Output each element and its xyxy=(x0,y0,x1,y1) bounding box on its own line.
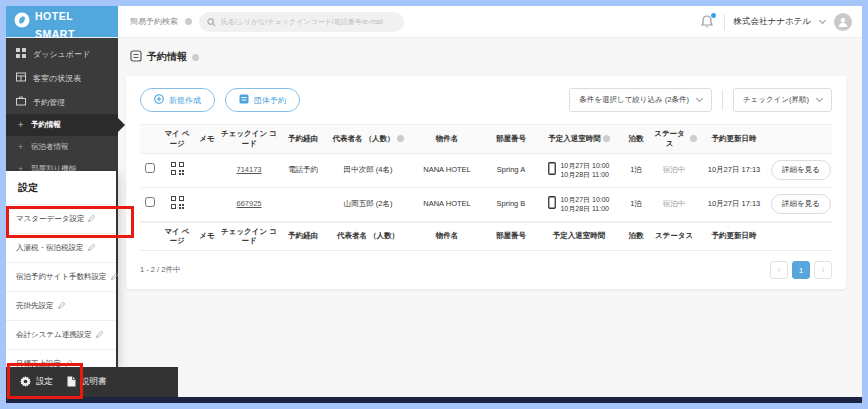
sort-order-label: チェックイン(昇順) xyxy=(743,95,809,105)
time-info-icon[interactable] xyxy=(603,135,610,142)
sidebar-item-label: 宿泊者情報 xyxy=(31,142,69,152)
popup-item-receivables[interactable]: 売掛先設定 xyxy=(6,291,116,320)
pencil-icon xyxy=(96,331,103,340)
popup-item-label: 宿泊予約サイト手数料設定 xyxy=(16,272,107,282)
time-in: 10月27日 10:00 xyxy=(560,196,609,203)
col-nights: 泊数 xyxy=(622,130,650,148)
page-1-button[interactable]: 1 xyxy=(792,261,810,279)
manual-button[interactable]: 説明書 xyxy=(67,376,107,389)
search-icon xyxy=(207,13,216,31)
col-representative: 代表者名 （人数） xyxy=(332,134,394,144)
status-cell: 宿泊中 xyxy=(650,159,698,181)
app-window: ホテルスマート HOTEL SMART 簡易予約検索 株式会社ナナホテル xyxy=(6,6,862,403)
prev-page-button[interactable]: ‹ xyxy=(770,261,788,279)
row-checkbox[interactable] xyxy=(145,163,155,173)
representative-cell: 田中次郎 (4名) xyxy=(328,159,408,181)
avatar[interactable] xyxy=(834,13,852,31)
time-in: 10月27日 10:00 xyxy=(560,162,609,169)
col-property: 物件名 xyxy=(408,227,486,245)
col-memo: メモ xyxy=(194,130,220,148)
col-status: ステータス xyxy=(651,129,688,149)
chevron-down-icon xyxy=(816,95,823,102)
nights-cell: 1泊 xyxy=(622,159,650,181)
plus-icon: + xyxy=(18,142,25,152)
filter-conditions-dropdown[interactable]: 条件を選択して絞り込み (2条件) xyxy=(569,88,712,112)
sidebar-item-reservation-info[interactable]: + 予約情報 xyxy=(6,114,118,136)
sidebar-item-label: ダッシュボード xyxy=(33,49,90,60)
notification-bell-icon[interactable] xyxy=(700,14,715,29)
popup-item-label: 入湯税・宿泊税設定 xyxy=(16,243,84,253)
qr-code-icon[interactable] xyxy=(171,202,184,211)
search-input[interactable] xyxy=(221,18,396,25)
col-memo: メモ xyxy=(194,227,220,245)
sort-order-dropdown[interactable]: チェックイン(昇順) xyxy=(733,88,832,112)
popup-item-ota-fee[interactable]: 宿泊予約サイト手数料設定 xyxy=(6,262,116,291)
toolbar-divider xyxy=(722,90,723,110)
time-out: 10月28日 11:00 xyxy=(560,171,609,178)
table-footer-header-row: マイ ページ メモ チェックイン コード 予約経由 代表者名 （人数） 物件名 … xyxy=(140,222,832,252)
details-button[interactable]: 詳細を見る xyxy=(771,160,831,180)
row-checkbox[interactable] xyxy=(145,197,155,207)
col-room: 部屋番号 xyxy=(486,130,536,148)
quick-search-info-icon[interactable] xyxy=(185,18,192,25)
page-title-info-icon[interactable] xyxy=(192,54,199,61)
manual-button-label: 説明書 xyxy=(81,376,107,388)
settings-button[interactable]: 設定 xyxy=(20,376,53,389)
updated-cell: 10月27日 17:13 xyxy=(698,159,770,181)
pencil-icon xyxy=(88,215,95,224)
sidebar-item-label: 客室の状況表 xyxy=(33,73,81,84)
representative-cell: 山岡五郎 (2名) xyxy=(328,193,408,215)
search-bar[interactable] xyxy=(199,12,404,32)
qr-code-icon[interactable] xyxy=(171,168,184,177)
col-checkin-code: チェックイン コード xyxy=(220,125,278,153)
pencil-icon xyxy=(111,273,118,282)
sidebar-item-guest-info[interactable]: + 宿泊者情報 xyxy=(6,136,118,158)
logo[interactable]: ホテルスマート HOTEL SMART xyxy=(6,6,118,37)
status-info-icon[interactable] xyxy=(690,135,697,142)
time-out: 10月28日 11:00 xyxy=(560,205,609,212)
popup-item-master-data[interactable]: マスターデータ設定 xyxy=(6,204,116,233)
bottom-navy-strip xyxy=(6,397,862,403)
group-reservation-label: 団体予約 xyxy=(254,95,286,106)
via-cell: 電話予約 xyxy=(278,159,328,181)
col-updated: 予約更新日時 xyxy=(698,227,770,245)
room-cell: Spring A xyxy=(486,159,536,181)
popup-item-bath-tax[interactable]: 入湯税・宿泊税設定 xyxy=(6,233,116,262)
nights-cell: 1泊 xyxy=(622,193,650,215)
table-row: 667925 山岡五郎 (2名) NANA HOTEL Spring B 10月… xyxy=(140,188,832,222)
checkin-code-link[interactable]: 714173 xyxy=(236,165,261,174)
gear-icon xyxy=(20,376,31,389)
sidebar-item-label: 予約情報 xyxy=(31,120,61,130)
next-page-button[interactable]: › xyxy=(814,261,832,279)
sidebar-item-room-status[interactable]: 客室の状況表 xyxy=(6,66,118,90)
filter-conditions-label: 条件を選択して絞り込み (2条件) xyxy=(579,95,689,105)
pencil-icon xyxy=(88,244,95,253)
group-reservation-button[interactable]: 団体予約 xyxy=(225,88,300,112)
popup-item-accounting-link[interactable]: 会計システム連携設定 xyxy=(6,320,116,349)
new-reservation-label: 新規作成 xyxy=(169,95,201,106)
col-checkin-code: チェックイン コード xyxy=(220,223,278,251)
circle-plus-icon xyxy=(154,94,164,106)
updated-cell: 10月27日 17:13 xyxy=(698,193,770,215)
col-time: 予定入退室時間 xyxy=(536,227,622,245)
property-cell: NANA HOTEL xyxy=(408,159,486,181)
col-status: ステータス xyxy=(650,227,698,245)
company-name[interactable]: 株式会社ナナホテル xyxy=(734,16,812,28)
hotelsmart-logo-icon xyxy=(14,12,30,32)
col-mypage: マイ ページ xyxy=(160,223,194,251)
sidebar-item-label: 予約管理 xyxy=(33,97,65,108)
sidebar-item-dashboard[interactable]: ダッシュボード xyxy=(6,42,118,66)
chevron-down-icon[interactable] xyxy=(819,16,826,23)
col-time: 予定入退室時間 xyxy=(548,134,601,144)
col-property: 物件名 xyxy=(408,130,486,148)
details-button[interactable]: 詳細を見る xyxy=(771,194,831,214)
door-icon xyxy=(548,196,556,212)
col-mypage: マイ ページ xyxy=(160,125,194,153)
checkin-code-link[interactable]: 667925 xyxy=(236,199,261,208)
top-header: ホテルスマート HOTEL SMART 簡易予約検索 株式会社ナナホテル xyxy=(6,6,862,38)
representative-info-icon[interactable] xyxy=(397,135,404,142)
property-cell: NANA HOTEL xyxy=(408,193,486,215)
new-reservation-button[interactable]: 新規作成 xyxy=(140,88,215,112)
settings-button-label: 設定 xyxy=(36,376,53,388)
sidebar-item-reservation-management[interactable]: 予約管理 xyxy=(6,90,118,114)
